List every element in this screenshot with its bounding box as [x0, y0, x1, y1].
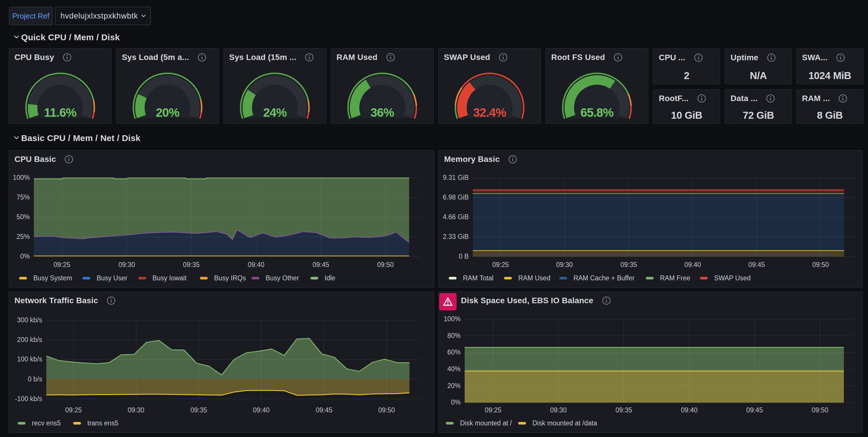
svg-text:24%: 24% — [263, 106, 287, 119]
svg-text:11.6%: 11.6% — [44, 106, 76, 119]
svg-text:36%: 36% — [370, 106, 394, 119]
svg-text:65.8%: 65.8% — [580, 106, 614, 119]
svg-text:32.4%: 32.4% — [473, 106, 506, 119]
svg-text:20%: 20% — [156, 106, 179, 119]
